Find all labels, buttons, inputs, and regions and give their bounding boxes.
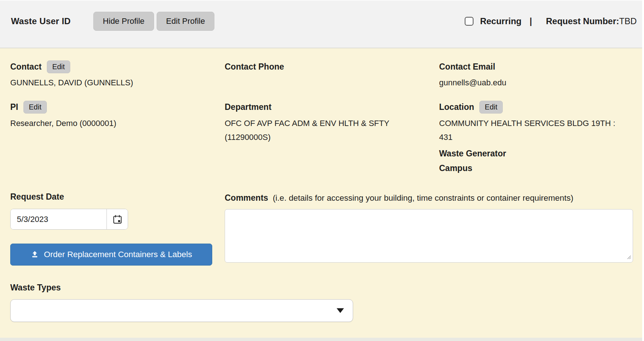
pi-edit-button[interactable]: Edit [23,101,47,114]
request-number-value: TBD [619,16,637,26]
contact-value: GUNNELLS, DAVID (GUNNELLS) [10,76,207,90]
hide-profile-button[interactable]: Hide Profile [93,12,154,31]
comments-note: (i.e. details for accessing your buildin… [273,193,573,203]
profile-header: Waste User ID Hide Profile Edit Profile … [0,0,644,48]
request-number-label: Request Number: [546,16,619,26]
pi-value: Researcher, Demo (0000001) [10,116,207,130]
request-row: Request Date [10,189,633,266]
comments-section: Comments (i.e. details for accessing you… [225,189,633,266]
header-right-group: Recurring | Request Number:TBD [465,16,637,26]
location-value: COMMUNITY HEALTH SERVICES BLDG 19TH : 43… [439,116,630,144]
pi-section: PI Edit Researcher, Demo (0000001) [10,100,225,174]
waste-generator-label: Waste Generator [439,149,630,159]
department-section: Department OFC OF AVP FAC ADM & ENV HLTH… [225,100,439,174]
calendar-button[interactable] [106,209,128,229]
campus-label: Campus [439,163,630,173]
order-replacement-button[interactable]: Order Replacement Containers & Labels [10,244,212,266]
comments-textarea[interactable] [225,209,633,263]
pi-label: PI [10,102,18,112]
contact-email-label: Contact Email [439,62,495,72]
location-section: Location Edit COMMUNITY HEALTH SERVICES … [439,100,633,174]
contact-email-section: Contact Email gunnells@uab.edu [439,59,633,90]
department-value: OFC OF AVP FAC ADM & ENV HLTH & SFTY (11… [225,116,422,144]
waste-types-label: Waste Types [10,283,61,293]
waste-request-panel: Contact Edit GUNNELLS, DAVID (GUNNELLS) … [0,48,644,338]
request-date-input[interactable] [11,209,106,229]
edit-profile-button[interactable]: Edit Profile [157,12,214,31]
request-date-group [10,209,128,230]
waste-types-select[interactable] [10,299,353,322]
profile-row-2: PI Edit Researcher, Demo (0000001) Depar… [10,100,633,174]
chevron-down-icon [337,308,344,313]
next-section-divider [0,338,644,341]
location-edit-button[interactable]: Edit [479,101,503,114]
request-date-label: Request Date [10,192,64,202]
calendar-icon [112,214,123,225]
contact-email-value: gunnells@uab.edu [439,76,630,90]
page-title: Waste User ID [11,16,71,26]
header-separator: | [529,16,532,26]
recurring-label: Recurring [480,16,521,26]
contact-edit-button[interactable]: Edit [47,60,70,73]
contact-phone-label: Contact Phone [225,62,284,72]
upload-icon [30,250,39,259]
department-label: Department [225,102,272,112]
contact-phone-section: Contact Phone [225,59,439,90]
contact-section: Contact Edit GUNNELLS, DAVID (GUNNELLS) [10,59,225,90]
waste-types-section: Waste Types [10,280,633,322]
comments-label: Comments [225,193,268,203]
scrollbar-track[interactable] [642,0,644,341]
recurring-checkbox[interactable] [465,17,473,26]
location-label: Location [439,102,474,112]
request-date-section: Request Date [10,189,225,266]
profile-row-1: Contact Edit GUNNELLS, DAVID (GUNNELLS) … [10,59,633,90]
contact-label: Contact [10,62,42,72]
order-replacement-label: Order Replacement Containers & Labels [44,250,192,259]
